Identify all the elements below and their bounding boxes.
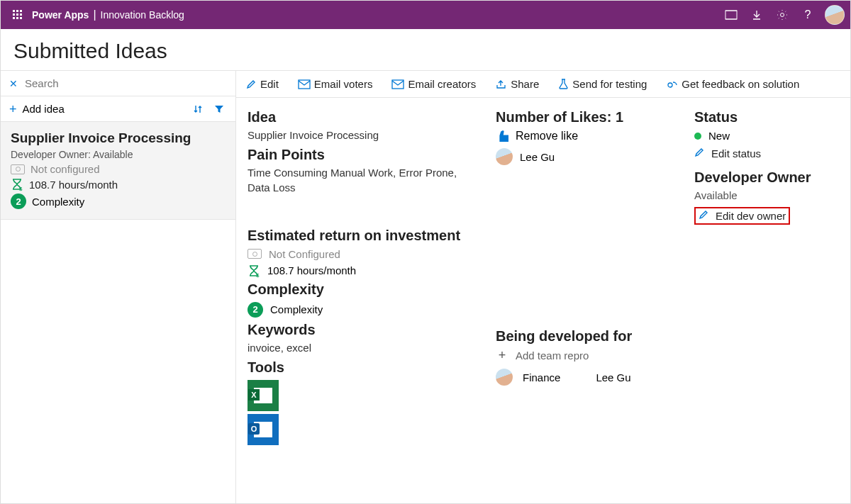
team-person: Lee Gu bbox=[596, 371, 630, 383]
remove-like-label: Remove like bbox=[516, 130, 578, 142]
download-icon[interactable] bbox=[744, 1, 769, 29]
edit-status-button[interactable]: Edit status bbox=[694, 147, 836, 159]
roi-hours: 108.7 hours/month bbox=[267, 264, 356, 276]
keywords-text: invoice, excel bbox=[247, 341, 482, 355]
svg-rect-7 bbox=[16, 17, 18, 19]
user-avatar-small bbox=[496, 369, 513, 386]
help-icon[interactable]: ? bbox=[795, 1, 821, 29]
add-idea-label[interactable]: Add idea bbox=[23, 103, 65, 115]
hourglass-icon: $ bbox=[247, 264, 260, 277]
page-title-bar: Submitted Ideas bbox=[1, 29, 850, 70]
liker-row: Lee Gu bbox=[496, 148, 680, 165]
edit-label: Edit bbox=[260, 78, 279, 90]
complexity-badge: 2 bbox=[247, 302, 263, 318]
svg-rect-6 bbox=[13, 17, 15, 19]
email-voters-button[interactable]: Email voters bbox=[299, 78, 373, 90]
user-avatar[interactable] bbox=[825, 5, 845, 25]
tools-heading: Tools bbox=[247, 359, 482, 376]
svg-rect-0 bbox=[13, 10, 15, 12]
svg-rect-9 bbox=[725, 11, 737, 19]
page-title: Submitted Ideas bbox=[13, 39, 838, 63]
share-icon bbox=[496, 79, 506, 89]
status-value: New bbox=[708, 130, 730, 142]
pencil-icon bbox=[699, 210, 708, 222]
money-icon bbox=[11, 164, 25, 174]
svg-rect-14 bbox=[299, 80, 310, 89]
team-name: Finance bbox=[523, 371, 560, 383]
svg-point-16 bbox=[668, 83, 672, 87]
brand-label: Power Apps bbox=[32, 9, 89, 21]
card-owner: Developer Owner: Available bbox=[11, 149, 226, 160]
waffle-icon[interactable] bbox=[6, 10, 29, 20]
plus-icon: + bbox=[496, 349, 508, 362]
search-input[interactable] bbox=[25, 77, 227, 89]
pencil-icon bbox=[246, 79, 256, 89]
add-team-button[interactable]: + Add team repro bbox=[496, 349, 680, 362]
get-feedback-button[interactable]: Get feedback on solution bbox=[667, 78, 799, 90]
add-icon[interactable]: + bbox=[9, 103, 17, 116]
card-title: Supplier Invoice Processing bbox=[11, 130, 226, 146]
svg-rect-15 bbox=[392, 80, 404, 89]
send-testing-button[interactable]: Send for testing bbox=[559, 78, 647, 90]
likes-heading: Number of Likes: 1 bbox=[496, 109, 680, 125]
fit-icon[interactable] bbox=[718, 1, 744, 29]
tool-excel[interactable] bbox=[247, 380, 279, 411]
svg-rect-3 bbox=[13, 13, 15, 16]
svg-rect-2 bbox=[20, 10, 22, 12]
idea-title: Supplier Invoice Processing bbox=[247, 128, 482, 142]
email-creators-button[interactable]: Email creators bbox=[392, 78, 476, 90]
card-complexity: Complexity bbox=[32, 196, 84, 208]
edit-button[interactable]: Edit bbox=[246, 78, 279, 90]
card-configured: Not configured bbox=[30, 163, 100, 175]
content-panel: Edit Email voters Email creators Share S… bbox=[236, 71, 850, 504]
left-panel: ✕ + Add idea Supplier Invoice Processing… bbox=[1, 71, 236, 504]
share-button[interactable]: Share bbox=[496, 78, 539, 90]
feedback-icon bbox=[667, 79, 677, 89]
email-creators-label: Email creators bbox=[408, 78, 476, 90]
svg-rect-5 bbox=[20, 13, 22, 16]
add-idea-row: + Add idea bbox=[1, 96, 235, 122]
clear-search-icon[interactable]: ✕ bbox=[9, 78, 18, 89]
mail-icon bbox=[299, 80, 310, 89]
detail-column-c: Status New Edit status Developer Owner A… bbox=[694, 109, 836, 445]
svg-text:$: $ bbox=[19, 186, 23, 192]
edit-dev-owner-label: Edit dev owner bbox=[716, 210, 786, 222]
edit-dev-owner-button[interactable]: Edit dev owner bbox=[699, 210, 786, 222]
complexity-badge: 2 bbox=[11, 194, 26, 209]
svg-rect-4 bbox=[16, 13, 18, 16]
dev-owner-value: Available bbox=[694, 189, 836, 203]
sort-icon[interactable] bbox=[190, 104, 206, 114]
status-heading: Status bbox=[694, 109, 836, 125]
status-dot-icon bbox=[694, 133, 701, 140]
hourglass-icon: $ bbox=[11, 178, 23, 191]
pain-heading: Pain Points bbox=[247, 147, 482, 163]
pain-text: Time Consuming Manual Work, Error Prone,… bbox=[247, 166, 482, 195]
svg-rect-1 bbox=[16, 10, 18, 12]
gear-icon[interactable] bbox=[769, 1, 795, 29]
excel-icon bbox=[254, 388, 272, 403]
liker-name: Lee Gu bbox=[520, 151, 555, 163]
separator: | bbox=[93, 9, 96, 21]
svg-point-12 bbox=[781, 13, 784, 17]
team-row: Finance Lee Gu bbox=[496, 369, 680, 386]
developed-heading: Being developed for bbox=[496, 328, 680, 345]
share-label: Share bbox=[511, 78, 539, 90]
filter-icon[interactable] bbox=[211, 104, 227, 114]
tool-outlook[interactable] bbox=[247, 414, 279, 445]
app-header: Power Apps | Innovation Backlog ? bbox=[1, 1, 850, 29]
outlook-icon bbox=[254, 422, 272, 437]
money-icon bbox=[247, 249, 262, 259]
detail-toolbar: Edit Email voters Email creators Share S… bbox=[236, 71, 850, 98]
send-testing-label: Send for testing bbox=[572, 78, 647, 90]
remove-like-button[interactable]: Remove like bbox=[496, 130, 680, 142]
dev-owner-heading: Developer Owner bbox=[694, 169, 836, 186]
roi-heading: Estimated return on investment bbox=[247, 228, 482, 244]
detail-column-b: Number of Likes: 1 Remove like Lee Gu Be… bbox=[496, 109, 680, 445]
pencil-icon bbox=[694, 147, 704, 159]
app-name-label: Innovation Backlog bbox=[101, 9, 184, 21]
idea-card[interactable]: Supplier Invoice Processing Developer Ow… bbox=[1, 122, 235, 220]
complexity-label: Complexity bbox=[270, 303, 323, 315]
flask-icon bbox=[559, 79, 568, 89]
card-hours: 108.7 hours/month bbox=[29, 179, 118, 191]
user-avatar-small bbox=[496, 148, 513, 165]
